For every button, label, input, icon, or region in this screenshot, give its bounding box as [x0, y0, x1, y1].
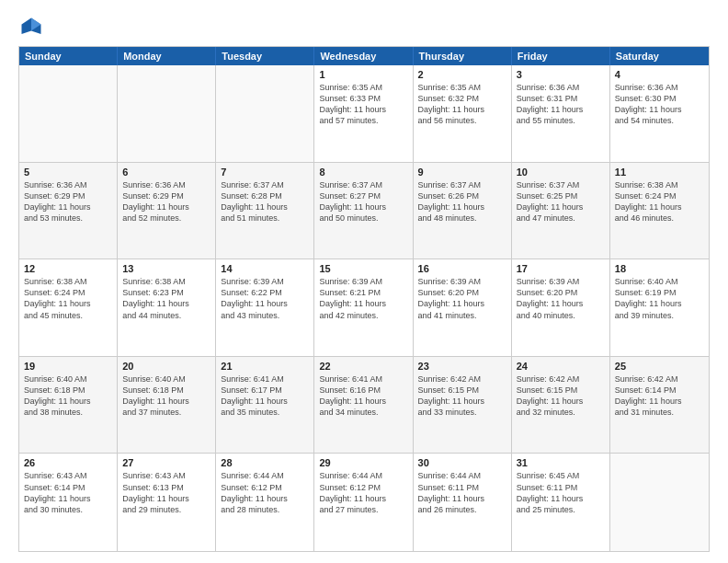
cell-date: 3 [517, 69, 605, 80]
calendar-cell [610, 454, 709, 551]
cell-info: Sunrise: 6:39 AM Sunset: 6:20 PM Dayligh… [418, 276, 506, 321]
cell-info: Sunrise: 6:44 AM Sunset: 6:11 PM Dayligh… [418, 470, 506, 515]
calendar-cell: 31Sunrise: 6:45 AM Sunset: 6:11 PM Dayli… [512, 454, 610, 551]
cell-info: Sunrise: 6:40 AM Sunset: 6:19 PM Dayligh… [615, 276, 704, 321]
cell-date: 2 [418, 69, 506, 80]
day-header-monday: Monday [118, 47, 216, 65]
cell-info: Sunrise: 6:43 AM Sunset: 6:13 PM Dayligh… [122, 470, 210, 515]
cell-date: 11 [615, 167, 704, 178]
cell-date: 1 [319, 69, 407, 80]
calendar-cell: 24Sunrise: 6:42 AM Sunset: 6:15 PM Dayli… [512, 357, 610, 454]
cell-info: Sunrise: 6:36 AM Sunset: 6:31 PM Dayligh… [517, 82, 605, 127]
cell-info: Sunrise: 6:42 AM Sunset: 6:15 PM Dayligh… [517, 373, 605, 419]
page: SundayMondayTuesdayWednesdayThursdayFrid… [0, 0, 728, 563]
calendar-cell: 12Sunrise: 6:38 AM Sunset: 6:24 PM Dayli… [19, 259, 118, 356]
cell-date: 25 [615, 361, 704, 372]
calendar-cell: 16Sunrise: 6:39 AM Sunset: 6:20 PM Dayli… [414, 259, 512, 356]
day-header-thursday: Thursday [414, 47, 512, 65]
calendar-cell: 17Sunrise: 6:39 AM Sunset: 6:20 PM Dayli… [512, 259, 610, 356]
calendar-cell: 25Sunrise: 6:42 AM Sunset: 6:14 PM Dayli… [610, 357, 709, 454]
calendar-row: 19Sunrise: 6:40 AM Sunset: 6:18 PM Dayli… [19, 357, 709, 454]
cell-date: 6 [122, 167, 210, 178]
calendar-cell [216, 65, 314, 162]
calendar-body: 1Sunrise: 6:35 AM Sunset: 6:33 PM Daylig… [19, 65, 709, 551]
cell-info: Sunrise: 6:35 AM Sunset: 6:32 PM Dayligh… [418, 82, 506, 127]
day-header-sunday: Sunday [19, 47, 118, 65]
logo [18, 15, 48, 40]
cell-info: Sunrise: 6:40 AM Sunset: 6:18 PM Dayligh… [24, 373, 112, 419]
cell-info: Sunrise: 6:37 AM Sunset: 6:27 PM Dayligh… [319, 179, 407, 224]
calendar-cell: 30Sunrise: 6:44 AM Sunset: 6:11 PM Dayli… [414, 454, 512, 551]
cell-date: 14 [221, 263, 309, 274]
cell-date: 13 [122, 263, 210, 274]
calendar-row: 5Sunrise: 6:36 AM Sunset: 6:29 PM Daylig… [19, 163, 709, 260]
calendar-cell: 14Sunrise: 6:39 AM Sunset: 6:22 PM Dayli… [216, 259, 314, 356]
calendar-cell: 1Sunrise: 6:35 AM Sunset: 6:33 PM Daylig… [314, 65, 413, 162]
cell-date: 10 [517, 167, 605, 178]
calendar-cell: 15Sunrise: 6:39 AM Sunset: 6:21 PM Dayli… [314, 259, 413, 356]
cell-date: 12 [24, 263, 112, 274]
calendar-cell: 20Sunrise: 6:40 AM Sunset: 6:18 PM Dayli… [118, 357, 216, 454]
cell-date: 30 [418, 457, 506, 468]
calendar-cell: 19Sunrise: 6:40 AM Sunset: 6:18 PM Dayli… [19, 357, 118, 454]
day-header-tuesday: Tuesday [216, 47, 314, 65]
cell-info: Sunrise: 6:44 AM Sunset: 6:12 PM Dayligh… [319, 470, 407, 515]
calendar-cell: 18Sunrise: 6:40 AM Sunset: 6:19 PM Dayli… [610, 259, 709, 356]
cell-info: Sunrise: 6:36 AM Sunset: 6:29 PM Dayligh… [24, 179, 112, 224]
cell-info: Sunrise: 6:43 AM Sunset: 6:14 PM Dayligh… [24, 470, 112, 515]
calendar-row: 26Sunrise: 6:43 AM Sunset: 6:14 PM Dayli… [19, 454, 709, 551]
calendar-cell: 6Sunrise: 6:36 AM Sunset: 6:29 PM Daylig… [118, 163, 216, 259]
cell-date: 15 [319, 263, 407, 274]
cell-info: Sunrise: 6:36 AM Sunset: 6:30 PM Dayligh… [615, 82, 704, 127]
calendar-cell: 4Sunrise: 6:36 AM Sunset: 6:30 PM Daylig… [610, 65, 709, 162]
cell-info: Sunrise: 6:39 AM Sunset: 6:21 PM Dayligh… [319, 276, 407, 321]
cell-date: 27 [122, 457, 210, 468]
header [18, 15, 710, 40]
cell-info: Sunrise: 6:39 AM Sunset: 6:20 PM Dayligh… [517, 276, 605, 321]
calendar-cell: 9Sunrise: 6:37 AM Sunset: 6:26 PM Daylig… [414, 163, 512, 259]
cell-date: 29 [319, 457, 407, 468]
day-header-friday: Friday [512, 47, 610, 65]
cell-info: Sunrise: 6:36 AM Sunset: 6:29 PM Dayligh… [122, 179, 210, 224]
calendar-cell: 11Sunrise: 6:38 AM Sunset: 6:24 PM Dayli… [610, 163, 709, 259]
cell-date: 18 [615, 263, 704, 274]
cell-date: 9 [418, 167, 506, 178]
cell-info: Sunrise: 6:42 AM Sunset: 6:14 PM Dayligh… [615, 373, 704, 419]
calendar-cell [118, 65, 216, 162]
day-header-saturday: Saturday [610, 47, 709, 65]
cell-date: 16 [418, 263, 506, 274]
cell-info: Sunrise: 6:35 AM Sunset: 6:33 PM Dayligh… [319, 82, 407, 127]
cell-date: 17 [517, 263, 605, 274]
calendar-cell: 23Sunrise: 6:42 AM Sunset: 6:15 PM Dayli… [414, 357, 512, 454]
cell-date: 21 [221, 361, 309, 372]
cell-info: Sunrise: 6:38 AM Sunset: 6:24 PM Dayligh… [615, 179, 704, 224]
cell-date: 26 [24, 457, 112, 468]
day-header-wednesday: Wednesday [314, 47, 413, 65]
calendar-cell: 27Sunrise: 6:43 AM Sunset: 6:13 PM Dayli… [118, 454, 216, 551]
cell-date: 31 [517, 457, 605, 468]
calendar-cell: 10Sunrise: 6:37 AM Sunset: 6:25 PM Dayli… [512, 163, 610, 259]
cell-date: 20 [122, 361, 210, 372]
cell-info: Sunrise: 6:42 AM Sunset: 6:15 PM Dayligh… [418, 373, 506, 419]
cell-date: 5 [24, 167, 112, 178]
cell-info: Sunrise: 6:41 AM Sunset: 6:17 PM Dayligh… [221, 373, 309, 419]
calendar-cell: 3Sunrise: 6:36 AM Sunset: 6:31 PM Daylig… [512, 65, 610, 162]
cell-date: 22 [319, 361, 407, 372]
cell-date: 23 [418, 361, 506, 372]
calendar-cell: 2Sunrise: 6:35 AM Sunset: 6:32 PM Daylig… [414, 65, 512, 162]
cell-date: 7 [221, 167, 309, 178]
cell-info: Sunrise: 6:37 AM Sunset: 6:25 PM Dayligh… [517, 179, 605, 224]
calendar-cell: 29Sunrise: 6:44 AM Sunset: 6:12 PM Dayli… [314, 454, 413, 551]
cell-date: 28 [221, 457, 309, 468]
cell-info: Sunrise: 6:38 AM Sunset: 6:24 PM Dayligh… [24, 276, 112, 321]
cell-info: Sunrise: 6:44 AM Sunset: 6:12 PM Dayligh… [221, 470, 309, 515]
cell-date: 4 [615, 69, 704, 80]
calendar-cell: 13Sunrise: 6:38 AM Sunset: 6:23 PM Dayli… [118, 259, 216, 356]
cell-date: 19 [24, 361, 112, 372]
cell-date: 24 [517, 361, 605, 372]
calendar-cell: 28Sunrise: 6:44 AM Sunset: 6:12 PM Dayli… [216, 454, 314, 551]
cell-info: Sunrise: 6:40 AM Sunset: 6:18 PM Dayligh… [122, 373, 210, 419]
calendar-cell: 5Sunrise: 6:36 AM Sunset: 6:29 PM Daylig… [19, 163, 118, 259]
logo-icon [18, 15, 44, 40]
cell-info: Sunrise: 6:39 AM Sunset: 6:22 PM Dayligh… [221, 276, 309, 321]
